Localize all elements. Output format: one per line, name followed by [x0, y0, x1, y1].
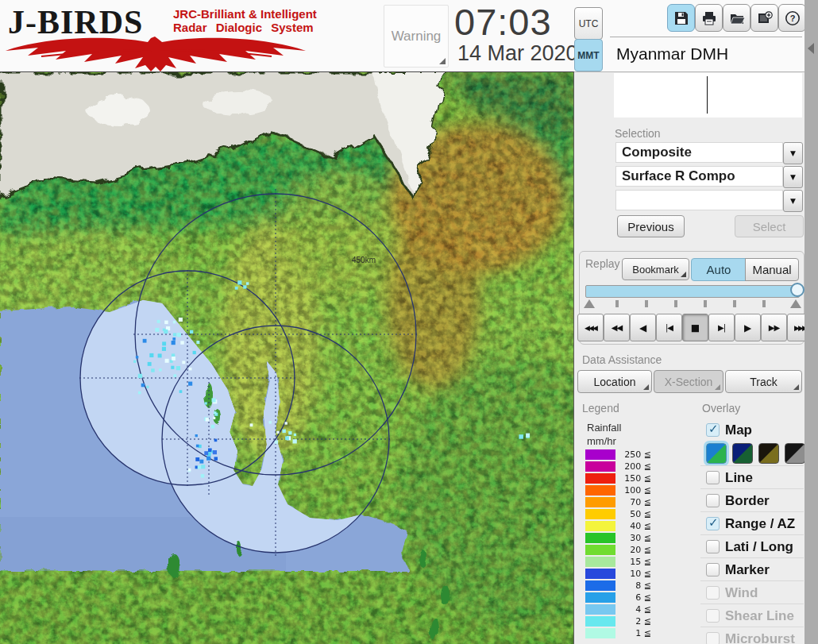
overlay-label-microburst: Microburst — [725, 631, 795, 644]
checkbox-range-az[interactable] — [706, 517, 720, 530]
checkbox-wind — [706, 586, 720, 600]
legend-value: 250 ≦ — [617, 449, 651, 460]
timezone-mmt-button[interactable]: MMT — [574, 39, 603, 71]
eagle-logo-icon — [3, 32, 309, 71]
replay-manual-button[interactable]: Manual — [745, 258, 799, 281]
first-frame-icon: |◀ — [666, 323, 673, 332]
checkbox-line[interactable] — [706, 471, 720, 484]
legend-value: 15 ≦ — [617, 557, 651, 567]
overlay-label-range-az: Range / AZ — [725, 516, 795, 532]
toolbar-separator — [610, 37, 802, 37]
legend-value: 4 ≦ — [617, 604, 651, 615]
last-frame-icon: ▶| — [718, 323, 725, 332]
last-frame-button[interactable]: ▶| — [708, 314, 735, 341]
replay-auto-button[interactable]: Auto — [691, 258, 747, 281]
location-button-label: Location — [594, 376, 636, 388]
save-icon — [673, 10, 689, 26]
fast-forward-icon: ▶▶ — [769, 323, 779, 332]
text-cursor — [707, 76, 708, 114]
legend-swatch — [585, 461, 615, 472]
bookmark-button-label: Bookmark — [632, 264, 679, 276]
overlay-item-marker: Marker — [700, 557, 804, 581]
dropdown-option-arrow[interactable]: ▼ — [783, 190, 803, 212]
legend-entry: 2 ≦ — [585, 616, 665, 627]
open-folder-button[interactable] — [723, 4, 750, 32]
overlay-label-wind: Wind — [725, 585, 758, 601]
play-button[interactable]: ▶ — [735, 314, 761, 341]
fastest-rewind-icon: ◀◀◀ — [585, 324, 596, 332]
fast-rewind-button[interactable]: ◀◀ — [604, 314, 630, 341]
replay-progress-bar[interactable] — [585, 285, 800, 298]
play-icon: ▶ — [744, 322, 751, 334]
legend-value: 50 ≦ — [617, 509, 651, 519]
add-image-icon — [757, 10, 773, 26]
checkbox-shear-line — [706, 609, 720, 623]
legend-entry: 100 ≦ — [585, 485, 665, 496]
warning-button[interactable]: Warning — [384, 5, 449, 67]
print-button[interactable] — [695, 4, 723, 32]
overlay-label-shear-line: Shear Line — [725, 608, 794, 624]
replay-tick — [704, 300, 707, 307]
legend-entry: 70 ≦ — [585, 497, 665, 507]
dropdown-category[interactable]: Composite — [615, 142, 783, 163]
track-button[interactable]: Track — [725, 370, 802, 393]
add-image-button[interactable] — [750, 4, 778, 32]
panel-collapse-arrow-icon[interactable] — [808, 43, 814, 54]
location-button[interactable]: Location — [577, 370, 652, 393]
map-display[interactable]: 450km — [0, 72, 574, 644]
legend-entry: 4 ≦ — [585, 604, 665, 615]
stop-button[interactable]: ■ — [682, 314, 708, 341]
legend-swatch — [585, 628, 615, 638]
app-logo-subtitle: JRC-Brilliant & Intelligent Radar Dialog… — [173, 8, 317, 34]
clock-time: 07:03 — [454, 0, 552, 44]
fast-forward-button[interactable]: ▶▶ — [761, 314, 787, 341]
window-edge-strip — [804, 0, 818, 644]
map-style-blue-green[interactable] — [706, 443, 727, 464]
fastest-rewind-button[interactable]: ◀◀◀ — [577, 314, 604, 341]
save-button[interactable] — [667, 4, 695, 32]
step-back-button[interactable]: ◀ — [630, 314, 656, 341]
legend-value: 6 ≦ — [617, 592, 651, 603]
timezone-utc-button[interactable]: UTC — [574, 7, 603, 40]
replay-range-marker[interactable] — [790, 299, 801, 308]
checkbox-map[interactable] — [706, 423, 720, 437]
stop-icon: ■ — [691, 322, 700, 334]
checkbox-lati-long[interactable] — [706, 540, 720, 553]
map-style-black-olive[interactable] — [758, 443, 779, 464]
legend-entry: 200 ≦ — [585, 461, 665, 472]
menu-corner-icon — [715, 384, 720, 390]
overlay-item-wind: Wind — [700, 580, 804, 604]
replay-range-marker[interactable] — [584, 299, 595, 308]
print-icon — [701, 10, 717, 26]
previous-button[interactable]: Previous — [617, 215, 685, 237]
dropdown-option[interactable] — [615, 190, 783, 210]
legend-value: 40 ≦ — [617, 521, 651, 531]
dropdown-product[interactable]: Surface R Compo — [615, 166, 783, 187]
map-style-navy-darkgreen[interactable] — [732, 443, 753, 464]
dropdown-product-arrow[interactable]: ▼ — [783, 166, 803, 188]
replay-tick — [615, 300, 619, 307]
legend-swatch — [585, 521, 615, 531]
map-style-black-gray[interactable] — [785, 443, 805, 464]
legend-entry: 10 ≦ — [585, 569, 665, 579]
overlay-label-marker: Marker — [725, 562, 770, 578]
xsection-button: X-Section — [654, 370, 723, 393]
checkbox-border[interactable] — [706, 494, 720, 507]
overlay-label-border: Border — [725, 493, 770, 509]
help-button[interactable]: ? — [778, 4, 806, 32]
checkbox-marker[interactable] — [706, 563, 720, 577]
legend-unit-line2: mm/hr — [587, 435, 616, 447]
legend-swatch — [585, 580, 615, 591]
warning-button-label: Warning — [392, 29, 442, 44]
legend-value: 200 ≦ — [617, 461, 651, 472]
legend-value: 2 ≦ — [617, 616, 651, 627]
dropdown-category-arrow[interactable]: ▼ — [783, 142, 803, 164]
replay-tick — [674, 300, 677, 307]
overlay-label-lati-long: Lati / Long — [725, 539, 793, 555]
map-image[interactable]: 450km — [0, 72, 574, 644]
bookmark-button[interactable]: Bookmark — [622, 258, 689, 280]
first-frame-button[interactable]: |◀ — [656, 314, 682, 341]
replay-progress-handle[interactable] — [790, 283, 804, 297]
menu-corner-icon — [681, 272, 686, 277]
playback-controls: ◀◀◀◀◀◀|◀■▶|▶▶▶▶▶▶ — [577, 314, 813, 341]
